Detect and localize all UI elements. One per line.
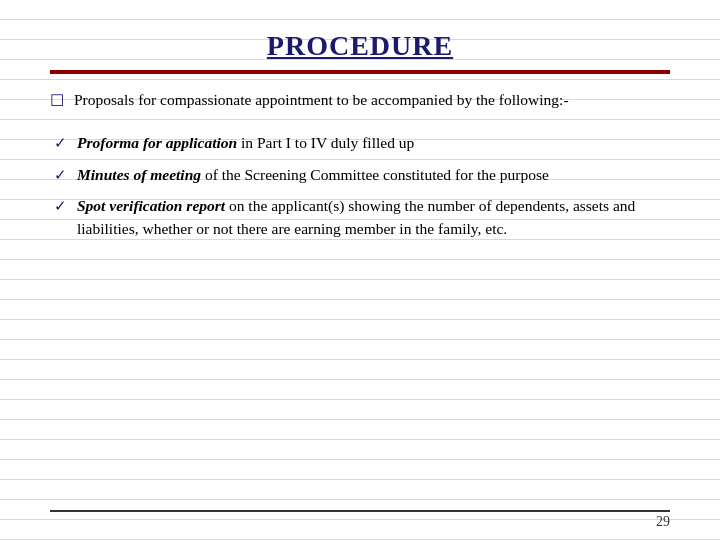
sub-bullet-2: ✓ Minutes of meeting of the Screening Co… bbox=[54, 163, 670, 187]
sub-bullet-2-text: Minutes of meeting of the Screening Comm… bbox=[77, 163, 670, 186]
sub-bullet-3-text: Spot verification report on the applican… bbox=[77, 194, 670, 241]
slide: PROCEDURE ☐ Proposals for compassionate … bbox=[0, 0, 720, 540]
check-icon-3: ✓ bbox=[54, 195, 67, 218]
proforma-label: Proforma for application bbox=[77, 134, 237, 151]
main-bullet: ☐ Proposals for compassionate appointmen… bbox=[50, 88, 670, 113]
minutes-label: Minutes of meeting bbox=[77, 166, 201, 183]
bottom-divider bbox=[50, 510, 670, 512]
title-divider bbox=[50, 70, 670, 74]
proforma-rest: in Part I to IV duly filled up bbox=[237, 134, 414, 151]
page-number: 29 bbox=[656, 514, 670, 530]
slide-title: PROCEDURE bbox=[50, 30, 670, 62]
sub-bullet-3: ✓ Spot verification report on the applic… bbox=[54, 194, 670, 241]
main-bullet-text: Proposals for compassionate appointment … bbox=[74, 88, 569, 111]
minutes-rest: of the Screening Committee constituted f… bbox=[201, 166, 549, 183]
sub-bullet-1-text: Proforma for application in Part I to IV… bbox=[77, 131, 670, 154]
check-icon-1: ✓ bbox=[54, 132, 67, 155]
slide-content: PROCEDURE ☐ Proposals for compassionate … bbox=[50, 30, 670, 510]
main-bullet-icon: ☐ bbox=[50, 89, 64, 113]
sub-bullets-list: ✓ Proforma for application in Part I to … bbox=[54, 131, 670, 241]
bullet-section: ☐ Proposals for compassionate appointmen… bbox=[50, 88, 670, 241]
title-section: PROCEDURE bbox=[50, 30, 670, 62]
spot-label: Spot verification report bbox=[77, 197, 225, 214]
sub-bullet-1: ✓ Proforma for application in Part I to … bbox=[54, 131, 670, 155]
check-icon-2: ✓ bbox=[54, 164, 67, 187]
